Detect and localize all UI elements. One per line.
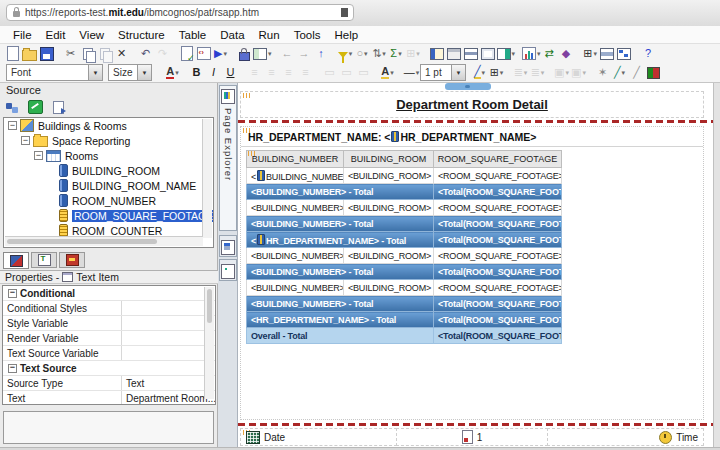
cut-button[interactable]: ✂ [62,46,79,62]
explorer-collapse-handle[interactable] [445,83,491,90]
validate-report-button[interactable] [178,46,195,62]
total-value-cell[interactable]: <Total(ROOM_SQUARE_FOOTAGE)> [434,216,562,232]
run-report-button[interactable]: ▶ [212,46,229,62]
tree-horizontal-scrollbar[interactable] [5,236,203,246]
total-value-cell[interactable]: <Total(ROOM_SQUARE_FOOTAGE)> [434,264,562,280]
tree-item-room-number[interactable]: ROOM_NUMBER [4,193,213,208]
list-cell[interactable]: <ROOM_SQUARE_FOOTAGE> [434,280,562,296]
font-size-select[interactable]: Size▼ [108,64,152,81]
list-cell[interactable]: <BUILDING_ROOM> [344,200,434,216]
collapse-expander[interactable] [34,151,43,160]
properties-scrollbar[interactable] [204,287,214,399]
delete-button[interactable]: ✕ [113,46,130,62]
drag-handle-dots[interactable] [247,151,255,156]
property-value[interactable] [121,316,215,330]
back-button[interactable]: ← [279,46,296,62]
section-expander[interactable] [8,289,17,298]
property-row-conditional-styles[interactable]: Conditional Styles [3,301,215,316]
property-value[interactable] [121,301,215,315]
report-list-table[interactable]: BUILDING_NUMBERBUILDING_ROOMROOM_SQUARE_… [246,150,562,344]
open-report-button[interactable] [21,46,38,62]
list-cell[interactable]: <BUILDING_NUMBER> [247,248,344,264]
tree-item-space-reporting[interactable]: Space Reporting [4,133,213,148]
menu-view[interactable]: View [72,26,111,44]
footer-date-cell[interactable]: Date [240,428,397,446]
list-cell[interactable]: <BUILDING_ROOM> [344,248,434,264]
center-block-button[interactable] [599,46,616,62]
menu-run[interactable]: Run [252,26,287,44]
footer-page-number-cell[interactable]: 1 [396,428,548,446]
list-cell[interactable]: <ROOM_SQUARE_FOOTAGE> [434,168,562,184]
forward-button[interactable]: → [296,46,313,62]
property-row-text-source-variable[interactable]: Text Source Variable [3,346,215,361]
font-family-select[interactable]: Font▼ [6,64,103,81]
clear-formatting-button[interactable] [594,65,611,81]
list-outdent-button[interactable]: ≣ [529,65,546,81]
layout-component-button[interactable] [253,46,272,62]
total-label-cell[interactable]: <HR_DEPARTMENT_NAME> - Total [247,232,434,248]
chevron-down-icon[interactable]: ▼ [137,65,151,80]
list-cell[interactable]: <BUILDING_ROOM> [344,280,434,296]
pick-up-style-button[interactable] [611,65,628,81]
menu-edit[interactable]: Edit [39,26,73,44]
tree-item-buildings-rooms[interactable]: Buildings & Rooms [4,118,213,133]
filters-button[interactable] [337,46,354,62]
help-button[interactable]: ? [640,46,657,62]
total-value-cell[interactable]: <Total(ROOM_SQUARE_FOOTAGE)> [434,232,562,248]
copy-button[interactable] [79,46,96,62]
tree-item-rooms[interactable]: Rooms [4,148,213,163]
report-title[interactable]: Department Room Detail [396,97,548,112]
frame-bottom-button[interactable]: ▭ [355,65,372,81]
underline-button[interactable]: U [222,65,239,81]
property-value[interactable]: Department Room... [121,391,215,405]
collapse-expander[interactable] [8,121,17,130]
add-data-source-button[interactable] [50,99,67,115]
list-cell[interactable]: <BUILDING_ROOM> [344,168,434,184]
total-value-cell[interactable]: <Total(ROOM_SQUARE_FOOTAGE)> [434,296,562,312]
frame-middle-button[interactable]: ▭ [338,65,355,81]
conditional-styles-button[interactable] [645,65,662,81]
insert-chart-button[interactable] [522,46,541,62]
list-cell[interactable]: <BUILDING_NUMBER> [247,168,344,184]
list-cell[interactable]: <ROOM_SQUARE_FOOTAGE> [434,200,562,216]
condition-explorer-tab[interactable] [219,259,237,281]
page-break-button[interactable] [463,46,480,62]
apply-style-button[interactable] [628,65,645,81]
italic-button[interactable]: I [205,65,222,81]
report-xml-button[interactable] [195,46,212,62]
total-label-cell[interactable]: <HR_DEPARTMENT_NAME> - Total [247,312,434,328]
property-row-style-variable[interactable]: Style Variable [3,316,215,331]
align-right-button[interactable]: ≡ [280,65,297,81]
property-row-conditional[interactable]: Conditional [3,286,215,301]
chevron-down-icon[interactable]: ▼ [451,65,465,80]
border-color-button[interactable] [471,65,488,81]
line-style-button[interactable]: — [403,65,420,81]
sort-button[interactable]: ⇅ [371,46,388,62]
total-value-cell[interactable]: <Total(ROOM_SQUARE_FOOTAGE)> [434,312,562,328]
page-explorer-tab[interactable]: Page Explorer [219,85,237,231]
swap-rows-and-columns-button[interactable] [541,46,558,62]
tab-source[interactable] [3,252,29,269]
menu-table[interactable]: Table [172,26,214,44]
collapse-expander[interactable] [21,136,30,145]
chevron-down-icon[interactable]: ▼ [88,65,102,80]
total-label-cell[interactable]: Overall - Total [247,328,434,344]
property-value[interactable] [121,331,215,345]
menu-structure[interactable]: Structure [111,26,172,44]
structure-view-button[interactable] [616,46,633,62]
page-header-block[interactable]: Department Room Detail [240,91,704,118]
tab-data-items[interactable] [31,252,57,268]
tree-item-room-square-footage[interactable]: ROOM_SQUARE_FOOTAGE [4,208,213,223]
frame-top-button[interactable]: ▭ [321,65,338,81]
list-indent-button[interactable]: ≣ [512,65,529,81]
bold-button[interactable]: B [188,65,205,81]
column-header-building_room[interactable]: BUILDING_ROOM [344,151,434,168]
tab-toolbox[interactable] [59,252,85,268]
total-label-cell[interactable]: <BUILDING_NUMBER> - Total [247,296,434,312]
property-row-source-type[interactable]: Source TypeText [3,376,215,391]
borders-button[interactable]: ⊞ [488,65,505,81]
lock-page-objects-button[interactable] [236,46,253,62]
font-color-button[interactable] [164,65,181,81]
background-color-button[interactable] [379,65,396,81]
page-set-button[interactable] [480,46,497,62]
